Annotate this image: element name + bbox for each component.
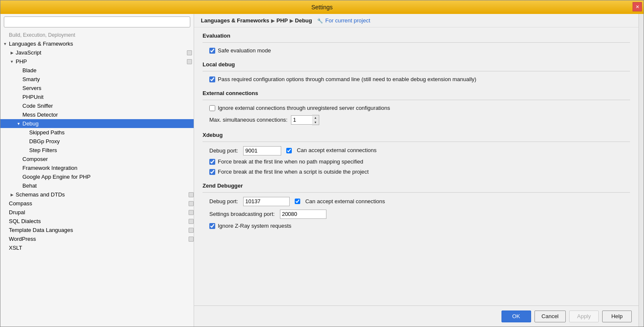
sidebar-label: PHP	[15, 58, 185, 65]
sidebar-item-php[interactable]: ▼ PHP	[0, 57, 194, 66]
ignore-external-checkbox[interactable]	[209, 105, 215, 111]
section-divider	[203, 71, 630, 71]
local-debug-section: Local debug Pass required configuration …	[203, 61, 630, 83]
safe-eval-checkbox[interactable]	[209, 48, 215, 54]
project-icon: 🔧	[317, 18, 323, 23]
sidebar-item-dbgp-proxy[interactable]: DBGp Proxy	[0, 137, 194, 146]
sidebar-item-servers[interactable]: Servers	[0, 84, 194, 93]
sidebar-item-template-data-languages[interactable]: Template Data Languages	[0, 226, 194, 234]
ok-button[interactable]: OK	[501, 311, 531, 322]
sidebar-item-smarty[interactable]: Smarty	[0, 75, 194, 84]
pass-config-checkbox[interactable]	[209, 76, 215, 82]
ignore-z-ray-label: Ignore Z-Ray system requests	[218, 222, 291, 230]
sidebar-label: PHPUnit	[22, 93, 194, 101]
config-icon	[189, 192, 194, 197]
xdebug-port-input[interactable]	[243, 146, 281, 155]
arrow-icon	[16, 112, 22, 118]
sidebar-item-xslt[interactable]: XSLT	[0, 243, 194, 252]
sidebar-item-behat[interactable]: Behat	[0, 181, 194, 190]
force-break-outside-checkbox[interactable]	[209, 169, 215, 175]
sidebar-label: Code Sniffer	[22, 102, 194, 109]
sidebar-label: Behat	[22, 182, 194, 189]
breadcrumb-sep2: ▶	[290, 18, 293, 24]
sidebar-item-drupal[interactable]: Drupal	[0, 208, 194, 217]
sidebar-item-debug[interactable]: ▼ Debug	[0, 119, 194, 128]
arrow-icon	[2, 201, 8, 207]
sidebar-item-google-app-engine[interactable]: Google App Engine for PHP	[0, 172, 194, 181]
settings-content-area: Evaluation Safe evaluation mode Local de…	[194, 27, 639, 305]
sidebar-label: Schemas and DTDs	[15, 191, 187, 198]
force-break-no-mapping-checkbox[interactable]	[209, 159, 215, 165]
arrow-icon	[16, 183, 22, 189]
sidebar-label: Languages & Frameworks	[8, 40, 194, 47]
ignore-z-ray-checkbox[interactable]	[209, 223, 215, 229]
sidebar-item-wordpress[interactable]: WordPress	[0, 234, 194, 243]
arrow-icon	[16, 156, 22, 162]
help-button[interactable]: Help	[602, 311, 632, 322]
sidebar-item-composer[interactable]: Composer	[0, 155, 194, 164]
sidebar-item-phpunit[interactable]: PHPUnit	[0, 93, 194, 101]
sidebar-label: Servers	[22, 84, 194, 92]
sidebar-label: Blade	[22, 67, 194, 74]
config-icon	[189, 210, 194, 215]
arrow-icon	[16, 165, 22, 171]
zend-port-row: Debug port: Can accept external connecti…	[203, 197, 630, 206]
sidebar-item-blade[interactable]: Blade	[0, 66, 194, 75]
sidebar-item-sql-dialects[interactable]: SQL Dialects	[0, 217, 194, 226]
force-break-outside-label: Force break at the first line when a scr…	[218, 168, 369, 176]
xdebug-port-row: Debug port: Can accept external connecti…	[203, 146, 630, 155]
sidebar-label: JavaScript	[15, 49, 185, 56]
zend-port-input[interactable]	[243, 197, 290, 206]
search-wrap	[0, 14, 194, 30]
sidebar-item-schemas-dtds[interactable]: ▶ Schemas and DTDs	[0, 190, 194, 199]
sidebar-item-skipped-paths[interactable]: Skipped Paths	[0, 128, 194, 137]
pass-config-row: Pass required configuration options thro…	[203, 76, 630, 83]
force-break-outside-row: Force break at the first line when a scr…	[203, 168, 630, 176]
force-break-no-mapping-row: Force break at the first line when no pa…	[203, 158, 630, 166]
zend-can-accept-checkbox[interactable]	[295, 199, 300, 204]
xdebug-can-accept-checkbox[interactable]	[286, 148, 292, 153]
apply-button[interactable]: Apply	[569, 311, 599, 322]
sidebar-label: Debug	[22, 120, 194, 127]
sidebar-item-languages-frameworks[interactable]: ▼ Languages & Frameworks	[0, 39, 194, 48]
arrow-icon: ▼	[2, 41, 8, 47]
zend-broadcasting-input[interactable]	[280, 210, 326, 219]
arrow-icon: ▶	[9, 192, 15, 198]
sidebar-item-mess-detector[interactable]: Mess Detector	[0, 110, 194, 119]
sidebar-item-code-sniffer[interactable]: Code Sniffer	[0, 101, 194, 110]
cancel-button[interactable]: Cancel	[534, 311, 566, 322]
arrow-icon: ▼	[9, 59, 15, 65]
sidebar-label: XSLT	[8, 244, 194, 251]
spinner-down-button[interactable]: ▼	[312, 120, 319, 125]
config-icon	[189, 201, 194, 206]
close-button[interactable]: ✕	[633, 2, 642, 11]
zend-broadcasting-row: Settings broadcasting port:	[203, 210, 630, 219]
spinner-up-button[interactable]: ▲	[312, 115, 319, 120]
sidebar-item-framework-integration[interactable]: Framework Integration	[0, 164, 194, 172]
sidebar-label: DBGp Proxy	[28, 138, 194, 145]
max-connections-input[interactable]	[291, 115, 312, 125]
search-input[interactable]	[4, 16, 190, 27]
xdebug-can-accept-label: Can accept external connections	[297, 147, 377, 154]
section-divider	[203, 42, 630, 43]
arrow-icon	[2, 236, 8, 242]
sidebar-item-build-exec-deploy[interactable]: Build, Execution, Deployment	[0, 31, 194, 39]
settings-window: Settings ✕ Build, Execution, Deployment	[0, 0, 644, 327]
zend-debugger-section: Zend Debugger Debug port: Can accept ext…	[203, 183, 630, 232]
sidebar-item-compass[interactable]: Compass	[0, 199, 194, 208]
breadcrumb-bar: Languages & Frameworks ▶ PHP ▶ Debug 🔧 F…	[194, 14, 639, 27]
config-icon	[189, 219, 194, 224]
arrow-icon	[22, 147, 28, 153]
scrollbar[interactable]	[639, 14, 644, 327]
zend-debugger-section-title: Zend Debugger	[203, 183, 630, 189]
sidebar-item-step-filters[interactable]: Step Filters	[0, 146, 194, 155]
for-current-project-link[interactable]: 🔧 For current project	[317, 17, 370, 24]
local-debug-section-title: Local debug	[203, 61, 630, 68]
arrow-icon	[16, 174, 22, 180]
sidebar: Build, Execution, Deployment ▼ Languages…	[0, 14, 194, 327]
sidebar-item-javascript[interactable]: ▶ JavaScript	[0, 48, 194, 57]
xdebug-section-title: Xdebug	[203, 132, 630, 138]
arrow-icon	[2, 245, 8, 251]
arrow-icon	[22, 130, 28, 136]
safe-eval-row: Safe evaluation mode	[203, 47, 630, 54]
